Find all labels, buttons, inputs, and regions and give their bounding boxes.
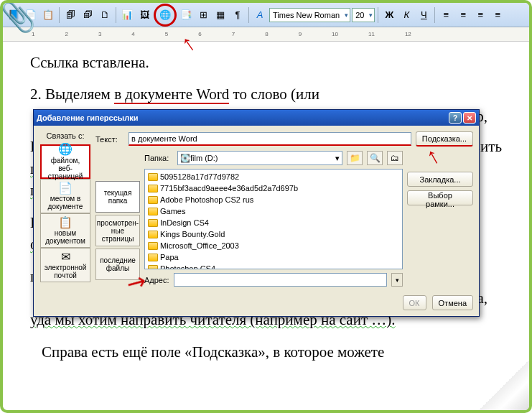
ok-button[interactable]: ОК (403, 295, 426, 310)
file-item[interactable]: InDesign CS4 (146, 217, 401, 228)
ruler: 123456789101112 (3, 27, 529, 42)
tb-btn[interactable]: ⊞ (195, 7, 211, 23)
file-item[interactable]: Microsoft_Office_2003 (146, 240, 401, 251)
paperclip-icon: 📎 (0, 0, 36, 34)
browse-tab[interactable]: последние файлы (95, 249, 140, 280)
hyperlink-button-highlight: 🌐 (154, 4, 177, 27)
align-center-button[interactable]: ≡ (455, 7, 471, 23)
tb-btn[interactable]: ▦ (213, 7, 228, 23)
dialog-title: Добавление гиперссылки (37, 113, 447, 122)
dialog-titlebar: Добавление гиперссылки ? ✕ (34, 110, 479, 126)
frame-select-button[interactable]: Выбор рамки... (407, 190, 473, 205)
tb-btn[interactable]: 🗐 (62, 7, 78, 23)
browse-web-button[interactable]: 🔍 (367, 151, 383, 165)
help-button[interactable]: ? (449, 112, 462, 124)
hyperlink-button[interactable]: 🌐 (157, 7, 173, 23)
font-size-select[interactable]: 20 (352, 8, 375, 22)
cancel-button[interactable]: Отмена (432, 295, 473, 310)
browse-tab[interactable]: текущая папка (95, 181, 140, 213)
up-folder-button[interactable]: 📁 (347, 151, 363, 165)
file-item[interactable]: Kings Bounty.Gold (146, 228, 401, 240)
bookmark-button[interactable]: Закладка... (407, 172, 473, 187)
tb-btn[interactable]: A (252, 7, 268, 23)
browse-file-button[interactable]: 🗂 (387, 151, 403, 165)
tb-btn[interactable]: 🗊 (80, 7, 95, 23)
align-right-button[interactable]: ≡ (472, 7, 488, 23)
toolbar: 📘 📄 📋 🗐 🗊 🗋 📊 🖼 🌐 📑 ⊞ ▦ ¶ A Times New Ro… (3, 3, 529, 27)
link-to-option[interactable]: 📋новым документом (40, 213, 90, 248)
italic-button[interactable]: К (398, 7, 414, 23)
link-to-option[interactable]: ✉электронной почтой (40, 248, 90, 282)
bold-button[interactable]: Ж (381, 7, 397, 23)
link-with-label: Связать с: (47, 131, 85, 140)
doc-line: 2. Выделяем в документе Word то слово (и… (30, 83, 502, 105)
folder-select[interactable]: 💽 film (D:) ▾ (177, 151, 342, 165)
address-label: Адрес: (144, 276, 169, 284)
folder-label: Папка: (144, 154, 173, 162)
text-label: Текст: (95, 135, 124, 144)
hyperlink-dialog: Добавление гиперссылки ? ✕ Связать с: 🌐ф… (33, 109, 480, 317)
align-left-button[interactable]: ≡ (438, 7, 454, 23)
tb-btn[interactable]: 📊 (119, 7, 135, 23)
file-item[interactable]: Papa (146, 251, 401, 263)
link-to-option[interactable]: 📄местом в документе (40, 179, 90, 213)
tb-btn[interactable]: ¶ (230, 7, 246, 23)
file-item[interactable]: 7715bf3aacd9aeee4e36ad5d2a7d697b (146, 182, 401, 194)
file-item[interactable]: Adobe Photoshop CS2 rus (146, 194, 401, 205)
font-name-select[interactable]: Times New Roman (269, 8, 350, 22)
file-item[interactable]: Games (146, 205, 401, 217)
tb-btn[interactable]: 📋 (40, 7, 56, 23)
close-button[interactable]: ✕ (463, 112, 476, 124)
tb-btn[interactable]: 🗋 (97, 7, 113, 23)
file-list[interactable]: 5095128a17d77d97827715bf3aacd9aeee4e36ad… (144, 169, 403, 269)
tb-btn[interactable]: 🖼 (136, 7, 152, 23)
address-input[interactable] (174, 273, 387, 287)
doc-line: Ссылка вставлена. (30, 52, 502, 73)
underline-button[interactable]: Ч (416, 7, 431, 23)
file-item[interactable]: 5095128a17d77d9782 (146, 171, 401, 182)
doc-line: Справа есть ещё поле «Подсказка», в кото… (30, 341, 502, 363)
text-input[interactable] (129, 132, 411, 146)
browse-tab[interactable]: просмотрен-ные страницы (95, 215, 140, 246)
file-item[interactable]: Photoshop CS4 (146, 263, 401, 269)
link-to-option[interactable]: 🌐файлом, веб-страницей (40, 144, 90, 179)
hint-button[interactable]: Подсказка... (416, 131, 473, 147)
tb-btn[interactable]: 📑 (178, 7, 194, 23)
address-dropdown[interactable]: ▾ (391, 273, 403, 287)
align-justify-button[interactable]: ≡ (490, 7, 505, 23)
